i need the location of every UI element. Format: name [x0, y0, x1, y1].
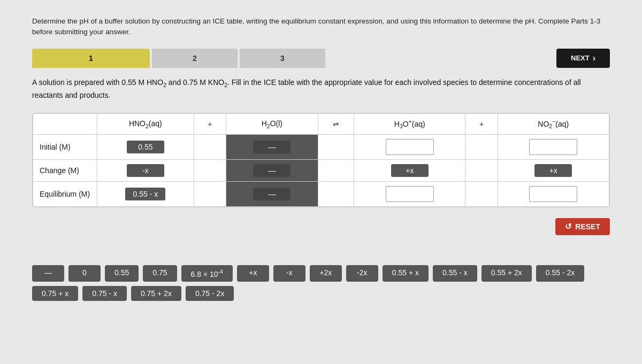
next-button[interactable]: NEXT › — [556, 49, 610, 68]
tile-0-75-minus-x[interactable]: 0.75 - x — [82, 286, 127, 301]
reset-label: RESET — [575, 222, 600, 231]
value-initial-h2o: — — [253, 141, 291, 153]
tile-0-75-minus-2x[interactable]: 0.75 - 2x — [186, 286, 234, 301]
ice-table-container: HNO2(aq) + H2O(l) ⇌ H3O+(aq) + NO2−(aq) … — [32, 113, 610, 207]
header-plus2: + — [465, 114, 498, 134]
cell-change-no2: +x — [498, 159, 609, 181]
cell-change-plus2 — [465, 159, 498, 181]
tile-dash[interactable]: — — [32, 265, 64, 282]
cell-change-h2o: — — [226, 159, 318, 181]
cell-equil-plus1 — [194, 181, 226, 206]
label-equilibrium: Equilibrium (M) — [33, 181, 97, 206]
tile-0-55-plus-x[interactable]: 0.55 + x — [383, 265, 429, 282]
header-plus1: + — [194, 114, 226, 134]
tile-minus-2x[interactable]: -2x — [346, 265, 378, 282]
step-2-label: 2 — [193, 54, 197, 63]
reset-container: ↺ RESET — [32, 218, 610, 239]
next-label: NEXT — [571, 54, 590, 62]
step-3-tab[interactable]: 3 — [240, 49, 325, 68]
label-change: Change (M) — [33, 159, 97, 181]
input-initial-no2[interactable] — [529, 139, 577, 155]
cell-change-hno2: -x — [97, 159, 194, 181]
header-equilibrium-arrow: ⇌ — [318, 114, 354, 134]
value-change-h3o: +x — [391, 164, 429, 177]
input-equil-h3o[interactable] — [386, 186, 434, 202]
chevron-right-icon: › — [593, 53, 595, 63]
cell-initial-h3o — [354, 134, 465, 159]
value-change-hno2: -x — [127, 164, 164, 177]
cell-equil-arrow — [318, 181, 354, 206]
cell-initial-plus1 — [194, 134, 226, 159]
table-header-row: HNO2(aq) + H2O(l) ⇌ H3O+(aq) + NO2−(aq) — [33, 114, 609, 134]
problem-text: A solution is prepared with 0.55 M HNO2 … — [32, 76, 610, 102]
header-empty — [33, 114, 97, 134]
value-initial-hno2: 0.55 — [127, 141, 164, 153]
tile-6-8e-4[interactable]: 6.8 × 10-4 — [181, 265, 233, 282]
value-equil-h2o: — — [253, 188, 291, 200]
tile-0-55-plus-2x[interactable]: 0.55 + 2x — [482, 265, 532, 282]
value-change-no2: +x — [534, 164, 572, 177]
reset-icon: ↺ — [565, 222, 572, 231]
label-initial: Initial (M) — [33, 134, 97, 159]
table-row-equilibrium: Equilibrium (M) 0.55 - x — — [33, 181, 609, 206]
value-equil-hno2: 0.55 - x — [125, 188, 165, 200]
step-2-tab[interactable]: 2 — [152, 49, 238, 68]
header-h2o: H2O(l) — [226, 114, 318, 134]
cell-initial-no2 — [498, 134, 609, 159]
value-change-h2o: — — [253, 164, 291, 177]
input-initial-h3o[interactable] — [386, 139, 434, 155]
header-no2: NO2−(aq) — [498, 114, 609, 134]
step-1-label: 1 — [89, 54, 93, 63]
cell-change-plus1 — [194, 159, 226, 181]
tile-0-75[interactable]: 0.75 — [143, 265, 177, 282]
step-navigation: 1 2 3 NEXT › — [32, 49, 610, 68]
tile-0-75-plus-2x[interactable]: 0.75 + 2x — [131, 286, 181, 301]
cell-equil-h2o: — — [226, 181, 318, 206]
tile-plus-2x[interactable]: +2x — [310, 265, 342, 282]
step-3-label: 3 — [280, 54, 285, 63]
cell-change-arrow — [318, 159, 354, 181]
table-row-initial: Initial (M) 0.55 — — [33, 134, 609, 159]
tile-0-55[interactable]: 0.55 — [105, 265, 139, 282]
tile-0-55-minus-x[interactable]: 0.55 - x — [433, 265, 477, 282]
header-h3o: H3O+(aq) — [354, 114, 465, 134]
cell-initial-plus2 — [465, 134, 498, 159]
cell-initial-h2o: — — [226, 134, 318, 159]
tile-0-75-plus-x[interactable]: 0.75 + x — [32, 286, 78, 301]
header-hno2: HNO2(aq) — [97, 114, 194, 134]
cell-equil-hno2: 0.55 - x — [97, 181, 194, 206]
cell-change-h3o: +x — [354, 159, 465, 181]
instructions-text: Determine the pH of a buffer solution by… — [32, 16, 610, 38]
table-row-change: Change (M) -x — +x +x — [33, 159, 609, 181]
ice-table: HNO2(aq) + H2O(l) ⇌ H3O+(aq) + NO2−(aq) … — [33, 113, 609, 206]
tile-0[interactable]: 0 — [68, 265, 101, 282]
tile-plus-x[interactable]: +x — [237, 265, 269, 282]
cell-initial-hno2: 0.55 — [97, 134, 194, 159]
cell-equil-plus2 — [465, 181, 498, 206]
cell-initial-arrow — [318, 134, 354, 159]
tile-minus-x[interactable]: -x — [273, 265, 305, 282]
cell-equil-h3o — [354, 181, 465, 206]
cell-equil-no2 — [498, 181, 609, 206]
tile-0-55-minus-2x[interactable]: 0.55 - 2x — [536, 265, 584, 282]
answer-bank: — 0 0.55 0.75 6.8 × 10-4 +x -x +2x -2x 0… — [32, 265, 610, 301]
step-1-tab[interactable]: 1 — [32, 49, 150, 68]
input-equil-no2[interactable] — [529, 186, 577, 202]
reset-button[interactable]: ↺ RESET — [555, 218, 610, 235]
